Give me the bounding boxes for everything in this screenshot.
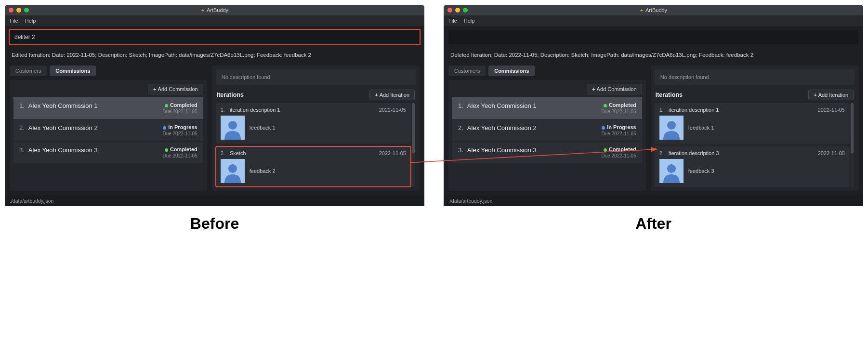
iteration-item[interactable]: 1.iteration description 12022-11-05feedb…: [655, 103, 850, 144]
avatar-icon: [659, 116, 684, 140]
caption-before: Before: [190, 215, 239, 233]
scrollbar-thumb[interactable]: [851, 103, 854, 153]
menu-file[interactable]: File: [448, 18, 457, 24]
iterations-title: Iterations: [656, 92, 683, 98]
scrollbar[interactable]: [412, 103, 415, 187]
iteration-item[interactable]: 1.iteration description 12022-11-05feedb…: [216, 103, 411, 144]
avatar-icon: [659, 159, 684, 183]
commission-item[interactable]: 1.Alex Yeoh Commission 1CompletedDue 202…: [13, 97, 203, 119]
status-dot-icon: [602, 126, 605, 130]
menu-help[interactable]: Help: [464, 18, 475, 24]
commission-item[interactable]: 3.Alex Yeoh Commission 3CompletedDue 202…: [452, 142, 642, 163]
iteration-body: feedback 2: [221, 159, 406, 183]
commission-meta: In ProgressDue 2022-11-05: [162, 124, 197, 136]
commission-status: Completed: [170, 102, 197, 108]
before-column: ArtBuddy File Help Edited Iteration: Dat…: [5, 5, 424, 233]
menu-file[interactable]: File: [10, 18, 18, 24]
commission-title: Alex Yeoh Commission 2: [467, 124, 537, 131]
iteration-body: feedback 3: [659, 159, 845, 183]
commission-title: Alex Yeoh Commission 1: [28, 102, 98, 109]
commission-item[interactable]: 2.Alex Yeoh Commission 2In ProgressDue 2…: [452, 119, 642, 141]
commissions-pane: Add Commission 1.Alex Yeoh Commission 1C…: [10, 80, 207, 191]
status-dot-icon: [165, 104, 168, 107]
commission-index: 1.: [458, 102, 463, 109]
tab-customers[interactable]: Customers: [448, 66, 486, 76]
close-icon[interactable]: [447, 8, 452, 13]
commission-index: 2.: [458, 124, 463, 131]
titlebar: ArtBuddy: [444, 5, 863, 15]
tab-commissions[interactable]: Commissions: [50, 66, 96, 76]
footer-path: ./data/artbuddy.json: [5, 196, 424, 206]
iteration-header: 2.iteration description 32022-11-05: [659, 150, 845, 156]
scrollbar[interactable]: [851, 103, 854, 187]
iteration-list: 1.iteration description 12022-11-05feedb…: [216, 103, 416, 187]
iteration-item[interactable]: 2.iteration description 32022-11-05feedb…: [655, 146, 850, 187]
description-box: No description found: [655, 69, 855, 85]
comparison-container: ArtBuddy File Help Edited Iteration: Dat…: [5, 5, 863, 233]
commission-index: 2.: [19, 124, 25, 131]
iteration-header: 1.iteration description 12022-11-05: [221, 107, 406, 113]
caption-after: After: [635, 215, 671, 233]
add-iteration-button[interactable]: Add Iteration: [808, 90, 854, 100]
command-row: [444, 26, 863, 47]
commission-status: Completed: [609, 146, 636, 152]
close-icon[interactable]: [9, 8, 13, 13]
add-commission-button[interactable]: Add Commission: [148, 84, 203, 94]
commission-title: Alex Yeoh Commission 1: [467, 102, 537, 109]
commission-item[interactable]: 3.Alex Yeoh Commission 3CompletedDue 202…: [13, 142, 203, 163]
tab-commissions[interactable]: Commissions: [488, 66, 535, 76]
body: Edited Iteration: Date: 2022-11-05; Desc…: [5, 26, 424, 206]
commission-title: Alex Yeoh Commission 3: [467, 146, 537, 154]
commission-due: Due 2022-11-05: [162, 153, 197, 158]
status-dot-icon: [165, 148, 168, 152]
minimize-icon[interactable]: [455, 8, 460, 13]
commission-item[interactable]: 1.Alex Yeoh Commission 1CompletedDue 202…: [452, 97, 642, 119]
svg-point-7: [667, 164, 676, 173]
left-pane: Customers Commissions Add Commission 1.A…: [448, 66, 646, 191]
iteration-feedback: feedback 3: [688, 168, 714, 174]
commission-index: 3.: [458, 146, 463, 154]
menubar: File Help: [5, 15, 424, 26]
iteration-header: 2.Sketch2022-11-05: [221, 150, 406, 156]
status-message: Deleted Iteration: Date: 2022-11-05; Des…: [444, 47, 863, 66]
iterations-title: Iterations: [217, 92, 244, 98]
scrollbar-thumb[interactable]: [412, 103, 415, 153]
iteration-feedback: feedback 1: [250, 125, 276, 131]
commission-status: Completed: [609, 102, 636, 108]
iteration-feedback: feedback 2: [250, 168, 276, 174]
tab-customers[interactable]: Customers: [10, 66, 47, 76]
after-column: ArtBuddy File Help Deleted Iteration: Da…: [444, 5, 863, 233]
commission-meta: CompletedDue 2022-11-05: [601, 102, 636, 114]
iteration-item[interactable]: 2.Sketch2022-11-05feedback 2: [216, 146, 411, 187]
status-message: Edited Iteration: Date: 2022-11-05; Desc…: [5, 47, 424, 66]
description-box: No description found: [216, 69, 416, 85]
traffic-lights: [9, 8, 29, 13]
iterations-pane: No description found Iterations Add Iter…: [651, 66, 858, 191]
commission-item[interactable]: 2.Alex Yeoh Commission 2In ProgressDue 2…: [13, 119, 203, 141]
commissions-pane: Add Commission 1.Alex Yeoh Commission 1C…: [448, 80, 646, 191]
commission-index: 3.: [19, 146, 25, 154]
traffic-lights: [447, 8, 468, 13]
commission-due: Due 2022-11-05: [162, 109, 197, 114]
commission-meta: In ProgressDue 2022-11-05: [601, 124, 636, 136]
window-after: ArtBuddy File Help Deleted Iteration: Da…: [444, 5, 863, 206]
add-commission-button[interactable]: Add Commission: [587, 84, 642, 94]
commission-meta: CompletedDue 2022-11-05: [162, 146, 197, 158]
svg-point-5: [667, 121, 676, 130]
titlebar: ArtBuddy: [5, 5, 424, 15]
right-pane: No description found Iterations Add Iter…: [651, 66, 858, 191]
command-input[interactable]: [10, 30, 420, 44]
maximize-icon[interactable]: [24, 8, 29, 13]
body: Deleted Iteration: Date: 2022-11-05; Des…: [444, 26, 863, 206]
main-panes: Customers Commissions Add Commission 1.A…: [5, 66, 424, 196]
iteration-body: feedback 1: [659, 116, 845, 140]
commission-status: In Progress: [168, 124, 197, 130]
command-input[interactable]: [448, 30, 858, 44]
maximize-icon[interactable]: [463, 8, 468, 13]
iterations-pane: No description found Iterations Add Iter…: [212, 66, 420, 191]
add-iteration-button[interactable]: Add Iteration: [369, 90, 415, 100]
menu-help[interactable]: Help: [25, 18, 36, 24]
minimize-icon[interactable]: [16, 8, 21, 13]
commission-due: Due 2022-11-05: [601, 109, 636, 114]
svg-point-3: [228, 164, 237, 173]
